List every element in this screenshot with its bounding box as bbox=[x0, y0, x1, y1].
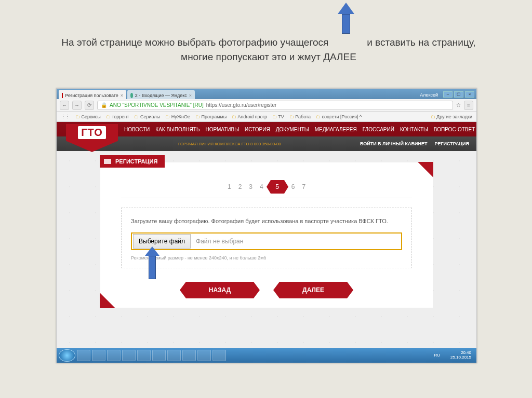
tray-date: 25.10.2015 bbox=[450, 355, 471, 360]
annotation-arrow-top bbox=[339, 3, 353, 34]
bookmark-item[interactable]: соцсети [Россия] ^ bbox=[316, 114, 362, 119]
registration-panel: РЕГИСТРАЦИЯ 1 2 3 4 5 6 7 Загрузите вашу… bbox=[100, 162, 433, 308]
nav-item[interactable]: ВОПРОС-ОТВЕТ bbox=[434, 127, 475, 132]
star-icon[interactable]: ☆ bbox=[456, 102, 461, 108]
corner-decor bbox=[418, 162, 433, 177]
close-icon[interactable]: × bbox=[121, 93, 123, 98]
taskbar-item[interactable] bbox=[152, 350, 166, 361]
step[interactable]: 2 bbox=[238, 183, 242, 190]
recommendation-text: Рекомендуемый размер - не менее 240x240,… bbox=[131, 255, 402, 260]
taskbar-item[interactable] bbox=[107, 350, 121, 361]
taskbar-item[interactable] bbox=[197, 350, 211, 361]
forward-button[interactable]: → bbox=[72, 101, 82, 110]
site-header: ГТО НОВОСТИ КАК ВЫПОЛНЯТЬ НОРМАТИВЫ ИСТО… bbox=[57, 122, 476, 151]
window-controls: – ▢ × bbox=[441, 91, 476, 99]
bookmarks-bar: ⋮⋮ Сервисы торрент Сериалы НуЖнОе Програ… bbox=[57, 112, 476, 122]
bookmark-item[interactable]: Работа bbox=[289, 114, 311, 119]
annotation-arrow-bottom bbox=[145, 246, 159, 279]
tray-lang: RU bbox=[434, 353, 440, 358]
nav-item[interactable]: ДОКУМЕНТЫ bbox=[276, 127, 309, 132]
nav-item[interactable]: МЕДИАГАЛЕРЕЯ bbox=[315, 127, 357, 132]
hotline-text: ГОРЯЧАЯ ЛИНИЯ КОМПЛЕКСА ГТО 8 800 350-00… bbox=[178, 142, 281, 146]
choose-file-button[interactable]: Выберите файл bbox=[133, 234, 191, 249]
nav-item[interactable]: НОВОСТИ bbox=[124, 127, 150, 132]
file-input-wrapper: Выберите файл Файл не выбран bbox=[131, 232, 402, 250]
windows-taskbar: RU 20:40 25.10.2015 bbox=[57, 348, 476, 363]
apps-button[interactable]: ⋮⋮ bbox=[61, 114, 70, 119]
bookmark-other[interactable]: Другие закладки bbox=[431, 114, 472, 119]
step[interactable]: 1 bbox=[228, 183, 231, 190]
browser-window: Регистрация пользовате × 2 - Входящие — … bbox=[56, 88, 477, 363]
site-subbar: ГОРЯЧАЯ ЛИНИЯ КОМПЛЕКСА ГТО 8 800 350-00… bbox=[57, 136, 476, 151]
tab-strip: Регистрация пользовате × 2 - Входящие — … bbox=[57, 89, 476, 99]
corner-decor bbox=[100, 293, 115, 308]
address-security: ANO "SPORTIVNOE VESPITANIE" [RU] bbox=[110, 102, 204, 108]
nav-item[interactable]: ИСТОРИЯ bbox=[245, 127, 270, 132]
bookmark-item[interactable]: торрент bbox=[106, 114, 129, 119]
step[interactable]: 6 bbox=[291, 183, 295, 190]
reload-button[interactable]: ⟳ bbox=[85, 101, 94, 110]
login-link[interactable]: ВОЙТИ В ЛИЧНЫЙ КАБИНЕТ bbox=[360, 141, 428, 146]
system-tray[interactable]: RU 20:40 25.10.2015 bbox=[447, 351, 474, 360]
back-step-button[interactable]: НАЗАД bbox=[186, 282, 254, 298]
favicon-icon bbox=[62, 93, 63, 98]
browser-tab-active[interactable]: Регистрация пользовате × bbox=[59, 90, 126, 99]
taskbar-item[interactable] bbox=[137, 350, 151, 361]
taskbar-item[interactable] bbox=[167, 350, 181, 361]
upload-box: Загрузите вашу фотографию. Фотография бу… bbox=[121, 208, 412, 268]
stepper: 1 2 3 4 5 6 7 bbox=[121, 162, 412, 198]
address-url: https://user.gto.ru/user/register bbox=[206, 102, 277, 108]
taskbar-item[interactable] bbox=[212, 350, 226, 361]
bookmark-item[interactable]: Программы bbox=[195, 114, 227, 119]
button-row: НАЗАД ДАЛЕЕ bbox=[100, 282, 433, 298]
step[interactable]: 4 bbox=[260, 183, 263, 190]
chrome-user-label[interactable]: Алексей bbox=[417, 92, 441, 99]
panel-title: РЕГИСТРАЦИЯ bbox=[100, 155, 165, 168]
site-nav: НОВОСТИ КАК ВЫПОЛНЯТЬ НОРМАТИВЫ ИСТОРИЯ … bbox=[57, 122, 476, 136]
slide-caption: На этой странице можно выбрать фотографи… bbox=[36, 35, 501, 64]
maximize-button[interactable]: ▢ bbox=[454, 91, 463, 98]
taskbar-item[interactable] bbox=[77, 350, 90, 361]
address-row: ← → ⟳ 🔒 ANO "SPORTIVNOE VESPITANIE" [RU]… bbox=[57, 99, 476, 112]
next-step-button[interactable]: ДАЛЕЕ bbox=[280, 282, 347, 298]
close-button[interactable]: × bbox=[465, 91, 474, 98]
favicon-icon bbox=[130, 93, 133, 98]
step[interactable]: 7 bbox=[302, 183, 305, 190]
start-button[interactable] bbox=[59, 349, 75, 362]
menu-button[interactable]: ≡ bbox=[464, 101, 473, 110]
register-link[interactable]: РЕГИСТРАЦИЯ bbox=[434, 141, 469, 146]
caption-line2: многие пропускают это и жмут ДАЛЕЕ bbox=[181, 51, 356, 62]
minimize-button[interactable]: – bbox=[443, 91, 453, 98]
nav-item[interactable]: КАК ВЫПОЛНЯТЬ bbox=[155, 127, 200, 132]
lock-icon: 🔒 bbox=[101, 102, 107, 108]
bookmark-item[interactable]: Сериалы bbox=[134, 114, 160, 119]
bookmark-item[interactable]: Сервисы bbox=[75, 114, 101, 119]
logo-text: ГТО bbox=[78, 126, 106, 139]
nav-item[interactable]: НОРМАТИВЫ bbox=[205, 127, 239, 132]
close-icon[interactable]: × bbox=[189, 93, 192, 98]
nav-item[interactable]: КОНТАКТЫ bbox=[400, 127, 428, 132]
step-active[interactable]: 5 bbox=[271, 180, 284, 194]
taskbar-item[interactable] bbox=[92, 350, 105, 361]
page-viewport: ГТО НОВОСТИ КАК ВЫПОЛНЯТЬ НОРМАТИВЫ ИСТО… bbox=[57, 122, 476, 348]
bookmark-item[interactable]: TV bbox=[272, 114, 284, 119]
taskbar-item[interactable] bbox=[182, 350, 196, 361]
taskbar-item[interactable] bbox=[122, 350, 136, 361]
browser-tab[interactable]: 2 - Входящие — Яндекс × bbox=[127, 90, 195, 99]
address-bar[interactable]: 🔒 ANO "SPORTIVNOE VESPITANIE" [RU] https… bbox=[97, 101, 453, 110]
upload-instruction: Загрузите вашу фотографию. Фотография бу… bbox=[131, 217, 402, 225]
nav-item[interactable]: ГЛОССАРИЙ bbox=[363, 127, 394, 132]
step[interactable]: 3 bbox=[249, 183, 252, 190]
caption-right: и вставить на страницу, bbox=[367, 37, 475, 48]
caption-left: На этой странице можно выбрать фотографи… bbox=[61, 37, 328, 48]
back-button[interactable]: ← bbox=[60, 101, 69, 110]
bookmark-item[interactable]: НуЖнОе bbox=[165, 114, 190, 119]
tab-label: 2 - Входящие — Яндекс bbox=[135, 93, 187, 98]
no-file-label: Файл не выбран bbox=[192, 238, 243, 245]
tab-label: Регистрация пользовате bbox=[65, 93, 118, 98]
bookmark-item[interactable]: Android прогр bbox=[232, 114, 267, 119]
